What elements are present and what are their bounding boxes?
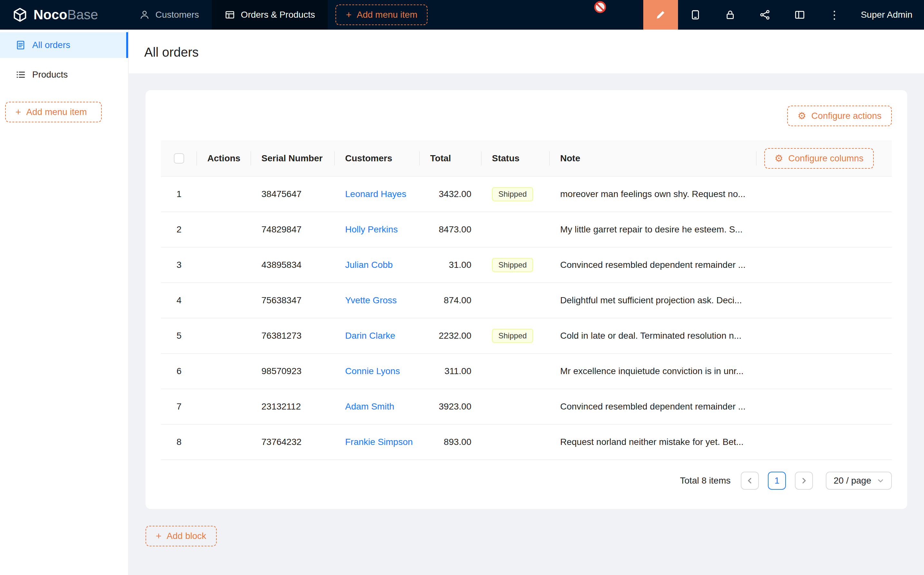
sidebar-item-products[interactable]: Products	[0, 62, 128, 87]
nocobase-logo-icon	[11, 6, 29, 23]
row-index: 1	[161, 176, 197, 212]
plus-icon: +	[16, 107, 21, 117]
table-row[interactable]: 7 23132112 Adam Smith 3923.00 Convinced …	[161, 389, 892, 424]
pagination-next-button[interactable]	[795, 472, 813, 490]
note-cell: My little garret repair to desire he est…	[550, 212, 757, 247]
total-cell: 3432.00	[420, 176, 482, 212]
table-row[interactable]: 1 38475647 Leonard Hayes 3432.00 Shipped…	[161, 176, 892, 212]
select-all-checkbox[interactable]	[174, 153, 184, 164]
note-cell: Mr excellence inquietude conviction is i…	[550, 354, 757, 389]
layout-panel-button[interactable]	[782, 0, 817, 30]
header-actions: ⋮ Super Admin	[643, 0, 924, 30]
mobile-client-button[interactable]	[678, 0, 713, 30]
pagination-prev-button[interactable]	[741, 472, 759, 490]
column-header-total: Total	[420, 140, 482, 176]
serial-cell: 76381273	[251, 318, 335, 354]
total-cell: 2232.00	[420, 318, 482, 354]
status-tag: Shipped	[492, 258, 533, 272]
sidebar-item-all-orders[interactable]: All orders	[0, 32, 128, 58]
nav-item-customers[interactable]: Customers	[127, 0, 212, 30]
serial-cell: 75638347	[251, 283, 335, 318]
actions-cell	[197, 389, 251, 424]
customer-link[interactable]: Leonard Hayes	[345, 189, 406, 199]
shell: All orders Products + Add menu item All …	[0, 30, 924, 575]
nav-item-orders-products[interactable]: Orders & Products	[212, 0, 328, 30]
pagination: Total 8 items 1	[161, 460, 892, 494]
ellipsis-vertical-icon: ⋮	[829, 8, 840, 21]
sidebar-item-label: Products	[32, 70, 68, 80]
note-cell: Convinced resembled dependent remainder …	[550, 247, 757, 283]
row-index: 2	[161, 212, 197, 247]
column-header-customers: Customers	[335, 140, 420, 176]
note-cell: Cold in late or deal. Terminated resolut…	[550, 318, 757, 354]
customer-link[interactable]: Connie Lyons	[345, 366, 400, 376]
row-index: 5	[161, 318, 197, 354]
nocobase-logo[interactable]: NocoBase	[0, 0, 107, 30]
plus-icon: +	[156, 531, 162, 541]
top-header: NocoBase Customers Orders & Products	[0, 0, 924, 30]
add-block-button[interactable]: + Add block	[146, 526, 217, 546]
permissions-button[interactable]	[713, 0, 748, 30]
table-row[interactable]: 2 74829847 Holly Perkins 8473.00 My litt…	[161, 212, 892, 247]
config-cell	[757, 424, 892, 460]
serial-cell: 74829847	[251, 212, 335, 247]
customer-link[interactable]: Yvette Gross	[345, 295, 397, 305]
user-icon	[140, 10, 150, 20]
configure-actions-button[interactable]: ⚙ Configure actions	[787, 106, 892, 126]
note-cell: moreover man feelings own shy. Request n…	[550, 176, 757, 212]
more-actions-button[interactable]: ⋮	[817, 0, 852, 30]
row-index: 4	[161, 283, 197, 318]
column-header-note: Note	[550, 140, 757, 176]
sidebar: All orders Products + Add menu item	[0, 30, 129, 575]
note-cell: Request norland neither mistake for yet.…	[550, 424, 757, 460]
table-row[interactable]: 6 98570923 Connie Lyons 311.00 Mr excell…	[161, 354, 892, 389]
pagination-page-1[interactable]: 1	[768, 472, 786, 490]
actions-cell	[197, 318, 251, 354]
serial-cell: 73764232	[251, 424, 335, 460]
header-add-menu-item-button[interactable]: + Add menu item	[335, 5, 427, 25]
actions-cell	[197, 247, 251, 283]
user-menu[interactable]: Super Admin	[852, 10, 924, 20]
table-row[interactable]: 5 76381273 Darin Clarke 2232.00 Shipped …	[161, 318, 892, 354]
table-row[interactable]: 8 73764232 Frankie Simpson 893.00 Reques…	[161, 424, 892, 460]
list-icon	[16, 70, 26, 80]
serial-cell: 43895834	[251, 247, 335, 283]
total-cell: 31.00	[420, 247, 482, 283]
total-cell: 3923.00	[420, 389, 482, 424]
orders-table-block: ⚙ Configure actions Actions	[146, 90, 907, 509]
row-index: 7	[161, 389, 197, 424]
app-root: NocoBase Customers Orders & Products	[0, 0, 924, 575]
sidebar-add-menu-item-button[interactable]: + Add menu item	[5, 102, 102, 122]
table-header-row: Actions Serial Number Customers Total St…	[161, 140, 892, 176]
table-row[interactable]: 3 43895834 Julian Cobb 31.00 Shipped Con…	[161, 247, 892, 283]
total-cell: 893.00	[420, 424, 482, 460]
highlighter-pen-icon	[656, 10, 666, 20]
customer-link[interactable]: Darin Clarke	[345, 330, 395, 341]
config-cell	[757, 212, 892, 247]
top-nav: Customers Orders & Products + Add menu i…	[127, 0, 428, 30]
api-share-button[interactable]	[748, 0, 782, 30]
customer-link[interactable]: Adam Smith	[345, 402, 394, 411]
customer-link[interactable]: Frankie Simpson	[345, 437, 413, 447]
customer-link[interactable]: Holly Perkins	[345, 224, 398, 234]
config-cell	[757, 318, 892, 354]
configure-columns-button[interactable]: ⚙ Configure columns	[764, 148, 874, 169]
logo-text: NocoBase	[33, 7, 98, 22]
page-size-select[interactable]: 20 / page	[826, 472, 892, 490]
config-cell	[757, 354, 892, 389]
actions-cell	[197, 176, 251, 212]
serial-cell: 23132112	[251, 389, 335, 424]
serial-cell: 38475647	[251, 176, 335, 212]
chevron-right-icon	[801, 477, 807, 484]
table-row[interactable]: 4 75638347 Yvette Gross 874.00 Delightfu…	[161, 283, 892, 318]
page-header: All orders	[129, 30, 924, 73]
config-cell	[757, 247, 892, 283]
lock-icon	[725, 10, 736, 20]
actions-cell	[197, 424, 251, 460]
customer-link[interactable]: Julian Cobb	[345, 260, 393, 270]
plus-icon: +	[346, 10, 352, 20]
row-index: 8	[161, 424, 197, 460]
column-header-serial-number: Serial Number	[251, 140, 335, 176]
row-index: 6	[161, 354, 197, 389]
ui-editor-button[interactable]	[643, 0, 678, 30]
